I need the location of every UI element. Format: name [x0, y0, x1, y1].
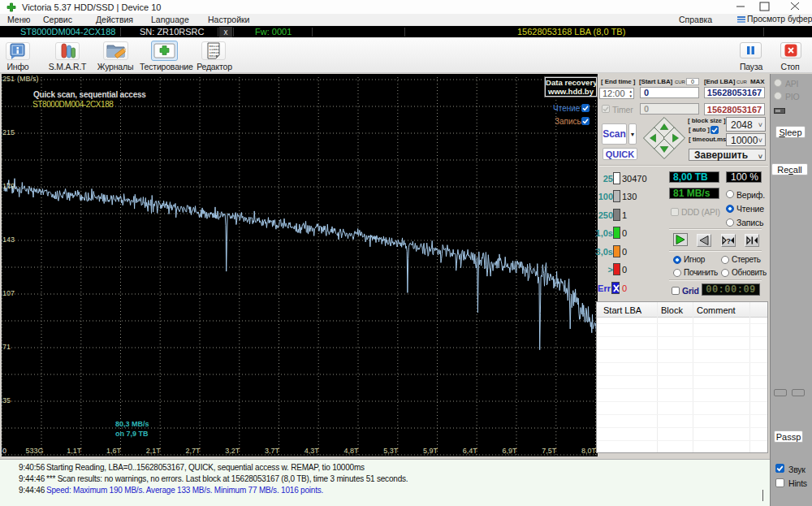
svg-text:4,8T: 4,8T: [343, 447, 359, 455]
svg-text:7,5T: 7,5T: [542, 447, 557, 455]
svg-text:6,4T: 6,4T: [463, 447, 478, 455]
svg-text:0010: 0010: [209, 54, 218, 58]
svg-text:8,0T: 8,0T: [581, 447, 597, 455]
svg-text:5,9T: 5,9T: [423, 447, 438, 455]
svg-text:?: ?: [727, 237, 732, 245]
svg-text:(MB/s): (MB/s): [17, 75, 39, 83]
svg-text:3,7T: 3,7T: [265, 447, 280, 455]
svg-text:ST8000DM004-2CX188: ST8000DM004-2CX188: [32, 100, 114, 109]
svg-text:533G: 533G: [25, 447, 43, 455]
svg-text:3,2T: 3,2T: [225, 447, 240, 455]
svg-text:143: 143: [2, 236, 15, 244]
svg-text:0: 0: [2, 447, 6, 455]
svg-text:4,3T: 4,3T: [304, 447, 320, 455]
svg-text:251: 251: [2, 75, 15, 83]
svg-text:2,7T: 2,7T: [185, 447, 201, 455]
svg-text:on 7,9 TB: on 7,9 TB: [115, 430, 149, 438]
svg-text:1,6T: 1,6T: [106, 447, 122, 455]
svg-text:71: 71: [2, 343, 11, 351]
svg-text:107: 107: [2, 289, 15, 297]
svg-text:Quick scan, sequential access: Quick scan, sequential access: [33, 90, 146, 99]
svg-text:5,3T: 5,3T: [383, 447, 399, 455]
svg-text:35: 35: [2, 396, 11, 404]
svg-text:80,3 MB/s: 80,3 MB/s: [115, 420, 149, 428]
svg-text:1,1T: 1,1T: [67, 447, 82, 455]
svg-text:6,9T: 6,9T: [502, 447, 517, 455]
svg-text:2,1T: 2,1T: [146, 447, 162, 455]
svg-text:215: 215: [2, 128, 15, 136]
svg-text:179: 179: [2, 182, 15, 190]
